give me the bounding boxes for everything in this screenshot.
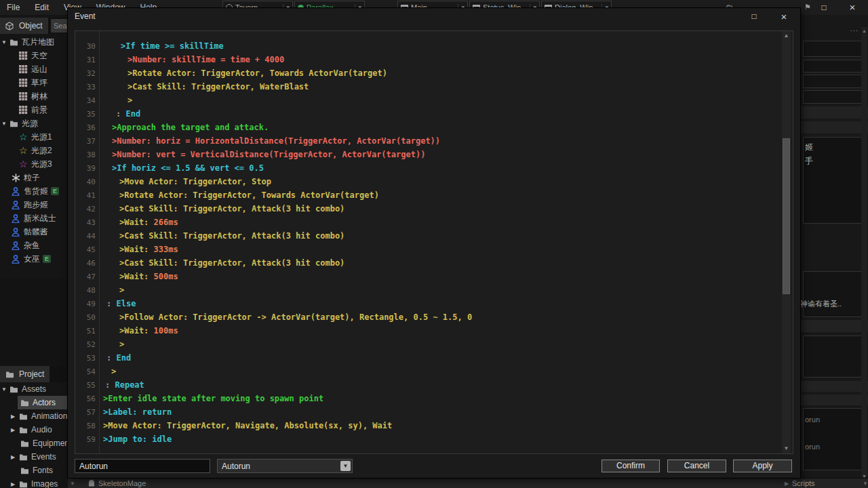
code-line-40[interactable]: 40>Move Actor: TriggerActor, Stop (75, 175, 781, 188)
tree-item-售货姬[interactable]: 售货姬E (0, 184, 68, 198)
code-line-37[interactable]: 37>Number: horiz = HorizontalDistance(Tr… (75, 134, 781, 148)
tree-item-粒子[interactable]: 粒子 (0, 171, 68, 184)
dialog-maximize-button[interactable]: □ (748, 11, 760, 23)
property-field[interactable] (803, 60, 863, 73)
code-line-56[interactable]: 56>Enter idle state after moving to spaw… (75, 392, 781, 405)
property-box[interactable] (803, 336, 863, 378)
code-line-58[interactable]: 58>Move Actor: TriggerActor, Navigate, A… (75, 419, 781, 432)
code-line-39[interactable]: 39>If horiz <= 1.5 && vert <= 0.5 (75, 161, 781, 175)
code-line-33[interactable]: 33>Cast Skill: TriggerActor, WaterBlast (75, 80, 781, 94)
tree-item-草坪[interactable]: 草坪 (0, 76, 68, 89)
code-line-49[interactable]: 49: Else (75, 297, 781, 310)
tree-item-女巫[interactable]: 女巫E (0, 252, 68, 266)
close-button[interactable]: × (846, 1, 859, 14)
code-line-51[interactable]: 51>Wait: 100ms (75, 324, 781, 338)
dialog-titlebar[interactable]: Event □ × (68, 8, 800, 26)
more-button[interactable]: ... (850, 24, 859, 33)
editor-scrollbar[interactable]: ▲ ▼ (782, 31, 791, 453)
code-line-55[interactable]: 55: Repeat (75, 378, 781, 392)
tree-item-Assets[interactable]: ▼Assets (0, 382, 68, 396)
code-line-57[interactable]: 57>Label: return (75, 405, 781, 419)
code-line-59[interactable]: 59>Jump to: idle (75, 432, 781, 446)
tree-item-Equipment[interactable]: Equipment (0, 436, 68, 450)
collapse-icon[interactable]: ▼ (1, 121, 9, 127)
event-script-editor[interactable]: 30>If time >= skillTime31>Number: skillT… (75, 30, 793, 454)
selected-object-label[interactable]: SkeletonMage (98, 479, 146, 487)
code-line-36[interactable]: 36>Approach the target and attack. (75, 121, 781, 134)
code-line-52[interactable]: 52> (75, 338, 781, 351)
code-line-42[interactable]: 42>Cast Skill: TriggerActor, Attack(3 hi… (75, 202, 781, 216)
collapse-icon[interactable]: ▼ (1, 386, 9, 392)
code-line-44[interactable]: 44>Cast Skill: TriggerActor, Attack(3 hi… (75, 229, 781, 243)
confirm-button[interactable]: Confirm (601, 460, 660, 472)
expand-icon[interactable]: ▶ (11, 413, 19, 420)
expand-icon[interactable]: ▶ (11, 427, 19, 433)
code-line-48[interactable]: 48> (75, 283, 781, 297)
code-line-31[interactable]: 31>Number: skillTime = time + 4000 (75, 53, 781, 66)
trigger-select[interactable]: Autorun ▼ (217, 459, 353, 473)
scrollbar-thumb[interactable] (783, 138, 790, 294)
line-number: 32 (75, 69, 96, 78)
cancel-button[interactable]: Cancel (667, 460, 726, 472)
right-panel-scrollbar[interactable]: ▲ ▼ (861, 27, 867, 478)
code-line-46[interactable]: 46>Cast Skill: TriggerActor, Attack(3 hi… (75, 256, 781, 270)
code-line-47[interactable]: 47>Wait: 500ms (75, 270, 781, 283)
dialog-close-button[interactable]: × (778, 11, 790, 23)
property-field[interactable] (803, 90, 863, 104)
tree-item-前景[interactable]: 前景 (0, 103, 68, 117)
code-line-38[interactable]: 38>Number: vert = VerticalDistance(Trigg… (75, 148, 781, 161)
property-field[interactable] (803, 41, 863, 57)
expand-icon[interactable]: ▶ (11, 454, 19, 460)
tree-item-Animation[interactable]: ▶Animation (0, 409, 68, 423)
code-line-45[interactable]: 45>Wait: 333ms (75, 243, 781, 256)
collapse-icon[interactable]: ▼ (1, 39, 9, 45)
code-line-43[interactable]: 43>Wait: 266ms (75, 216, 781, 229)
scroll-down-icon[interactable]: ▼ (863, 481, 868, 487)
tree-item-瓦片地图[interactable]: ▼瓦片地图 (0, 35, 68, 49)
tree-item-Actors[interactable]: Actors (18, 396, 68, 409)
code-line-41[interactable]: 41>Rotate Actor: TriggerActor, Towards A… (75, 188, 781, 202)
tree-item-远山[interactable]: 远山 (0, 62, 68, 76)
tree-item-Fonts[interactable]: Fonts (0, 464, 68, 477)
expand-icon[interactable]: ▶ (785, 481, 789, 487)
search-input[interactable]: Sea (51, 19, 68, 33)
scripts-section-label[interactable]: Scripts (792, 479, 815, 487)
code-line-34[interactable]: 34> (75, 94, 781, 107)
tree-item-光源3[interactable]: ☆光源3 (0, 157, 68, 171)
tree-item-光源[interactable]: ▼光源 (0, 117, 68, 130)
scroll-down-icon[interactable]: ▼ (782, 445, 791, 453)
code-line-30[interactable]: 30>If time >= skillTime (75, 39, 781, 53)
maximize-button[interactable]: □ (818, 1, 830, 14)
tree-item-树林[interactable]: 树林 (0, 89, 68, 103)
code-line-50[interactable]: 50>Follow Actor: TriggerActor -> ActorVa… (75, 310, 781, 324)
scroll-down-icon[interactable]: ▼ (70, 481, 75, 487)
tree-item-骷髅酱[interactable]: 骷髅酱 (0, 225, 68, 239)
code-line-35[interactable]: 35: End (75, 107, 781, 121)
tree-item-跑步姬[interactable]: 跑步姬 (0, 198, 68, 211)
name-list-box[interactable]: 姬 手 (803, 137, 863, 224)
tree-item-Images[interactable]: ▶Images (0, 477, 68, 488)
tree-item-杂鱼[interactable]: 杂鱼 (0, 239, 68, 252)
tree-item-新米战士[interactable]: 新米战士 (0, 211, 68, 225)
property-field[interactable] (803, 75, 863, 88)
code-line-54[interactable]: 54> (75, 365, 781, 378)
tab-project[interactable]: Project (0, 366, 50, 382)
menu-file[interactable]: File (7, 3, 20, 12)
code-line-32[interactable]: 32>Rotate Actor: TriggerActor, Towards A… (75, 66, 781, 80)
tab-object[interactable]: Object (0, 18, 48, 34)
scroll-up-icon[interactable]: ▲ (782, 32, 791, 40)
code-line-53[interactable]: 53: End (75, 351, 781, 365)
menu-edit[interactable]: Edit (35, 3, 49, 12)
scroll-up-icon[interactable]: ▲ (861, 28, 867, 33)
autorun-list-box[interactable]: orun orun (803, 408, 863, 470)
tree-item-天空[interactable]: 天空 (0, 49, 68, 62)
event-name-input[interactable] (75, 459, 210, 473)
tree-item-光源1[interactable]: ☆光源1 (0, 130, 68, 144)
tree-item-光源2[interactable]: ☆光源2 (0, 144, 68, 157)
expand-icon[interactable]: ▶ (11, 481, 19, 487)
flag-tool-icon[interactable]: ⚑ (804, 3, 811, 12)
tree-item-Audio[interactable]: ▶Audio (0, 423, 68, 436)
tree-item-Events[interactable]: ▶Events (0, 450, 68, 464)
apply-button[interactable]: Apply (733, 460, 792, 472)
description-box[interactable]: 神谕有着圣.. (803, 271, 863, 317)
